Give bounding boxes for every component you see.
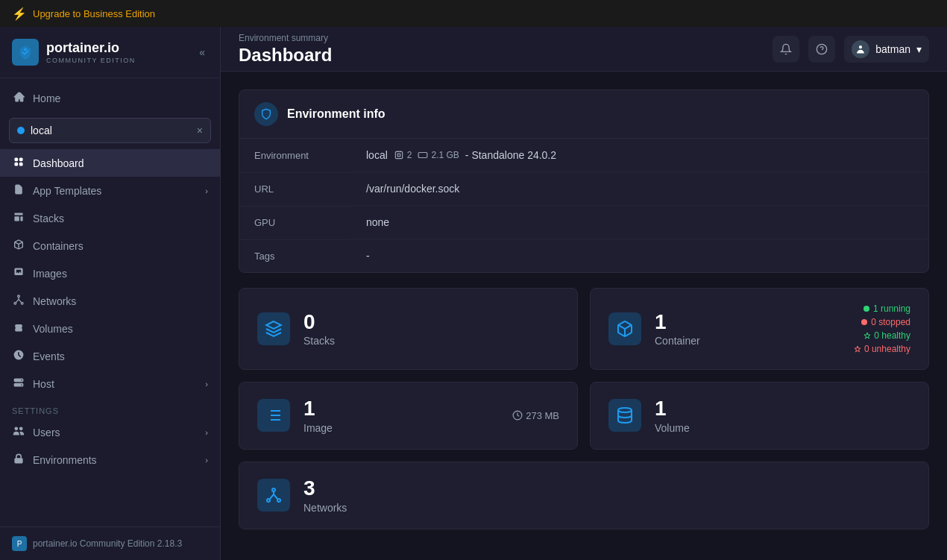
containers-stat-meta: 1 running 0 stopped 0 healthy 0 unh — [854, 303, 910, 354]
dashboard-body: Environment info Environment local 2 — [221, 72, 947, 560]
svg-point-3 — [21, 302, 23, 304]
env-info-card: Environment info Environment local 2 — [239, 89, 929, 273]
networks-count: 3 — [303, 477, 910, 500]
images-stat-info: 1 Image — [303, 397, 499, 434]
env-memory-badge: 2.1 GB — [418, 150, 459, 160]
volumes-stat-info: 1 Volume — [655, 397, 910, 434]
containers-stat-icon — [608, 312, 641, 345]
stacks-count: 0 — [303, 311, 559, 334]
containers-count: 1 — [655, 311, 840, 334]
svg-point-20 — [618, 408, 632, 412]
containers-unhealthy: 0 unhealthy — [854, 344, 910, 354]
user-avatar — [852, 40, 869, 58]
sidebar-item-environments-label: Environments — [33, 454, 97, 466]
sidebar-item-app-templates[interactable]: App Templates › — [0, 177, 220, 204]
sidebar-item-host[interactable]: Host › — [0, 370, 220, 397]
env-info-row-url: URL /var/run/docker.sock — [239, 172, 928, 206]
logo-text: portainer.io COMMUNITY EDITION — [46, 40, 136, 64]
sidebar-header: portainer.io COMMUNITY EDITION « — [0, 27, 220, 78]
sidebar-item-networks-label: Networks — [33, 295, 76, 307]
sidebar-item-dashboard[interactable]: Dashboard — [0, 149, 220, 177]
volumes-stat-icon — [608, 399, 641, 432]
sidebar-item-images[interactable]: Images — [0, 259, 220, 287]
upgrade-banner[interactable]: ⚡ Upgrade to Business Edition — [0, 0, 947, 27]
volumes-label: Volume — [655, 422, 910, 434]
header-right: batman ▾ — [773, 36, 929, 63]
env-info-table: Environment local 2 2.1 GB - Stan — [239, 139, 928, 272]
main-content: Environment summary Dashboard batman ▾ — [221, 27, 947, 560]
containers-running: 1 running — [863, 303, 910, 314]
sidebar-item-volumes[interactable]: Volumes — [0, 315, 220, 342]
svg-point-0 — [24, 48, 27, 51]
containers-nav-icon — [12, 239, 25, 253]
footer-logo: P — [12, 536, 27, 551]
settings-section-label: Settings — [0, 397, 220, 418]
user-menu-button[interactable]: batman ▾ — [844, 36, 929, 63]
sidebar-item-stacks[interactable]: Stacks — [0, 204, 220, 232]
stat-card-images[interactable]: 1 Image 273 MB — [239, 382, 578, 450]
networks-stat-info: 3 Networks — [303, 477, 910, 514]
sidebar-item-environments[interactable]: Environments › — [0, 446, 220, 474]
stats-grid: 0 Stacks 1 Container — [239, 288, 929, 529]
containers-stopped: 0 stopped — [861, 317, 910, 327]
page-title: Dashboard — [239, 45, 332, 66]
dashboard-icon — [12, 156, 25, 170]
svg-point-23 — [277, 499, 280, 502]
stat-card-volumes[interactable]: 1 Volume — [590, 382, 929, 450]
environments-nav-icon — [12, 453, 25, 467]
env-gpu-value: none — [366, 216, 389, 228]
sidebar-item-containers-label: Containers — [33, 240, 84, 252]
sidebar-item-containers[interactable]: Containers — [0, 232, 220, 259]
env-info-card-title: Environment info — [287, 107, 386, 121]
volumes-count: 1 — [655, 397, 910, 421]
logo-name: portainer.io — [46, 40, 136, 57]
env-cpu-badge: 2 — [394, 150, 412, 160]
help-button[interactable] — [808, 36, 835, 63]
svg-rect-9 — [419, 153, 428, 158]
sidebar-item-images-label: Images — [33, 268, 67, 280]
env-info-row-tags: Tags - — [239, 239, 928, 272]
svg-point-1 — [18, 295, 20, 298]
env-info-row-environment: Environment local 2 2.1 GB - Stan — [239, 139, 928, 172]
users-nav-icon — [12, 425, 25, 439]
env-selector[interactable]: local × — [9, 118, 211, 143]
notifications-button[interactable] — [773, 36, 799, 63]
images-count: 1 — [303, 397, 499, 421]
env-close-button[interactable]: × — [197, 125, 203, 136]
env-local-value: local — [366, 149, 388, 161]
sidebar-item-home[interactable]: Home — [0, 84, 220, 112]
images-stat-icon — [257, 399, 290, 432]
sidebar-item-networks[interactable]: Networks — [0, 287, 220, 315]
sidebar-item-home-label: Home — [33, 92, 60, 104]
stat-card-containers[interactable]: 1 Container 1 running 0 stopped — [590, 288, 929, 370]
sidebar-item-app-templates-label: App Templates — [33, 185, 101, 197]
env-selector-name: local — [31, 125, 191, 136]
stat-card-stacks[interactable]: 0 Stacks — [239, 288, 578, 370]
sidebar-collapse-button[interactable]: « — [196, 43, 208, 61]
upgrade-text: Upgrade to Business Edition — [33, 8, 155, 19]
images-size: 273 MB — [512, 410, 559, 421]
networks-nav-icon — [12, 294, 25, 308]
svg-point-22 — [267, 499, 270, 502]
stat-card-networks[interactable]: 3 Networks — [239, 462, 929, 529]
environments-arrow: › — [205, 456, 208, 465]
sidebar-item-host-label: Host — [33, 378, 54, 390]
env-tags-value: - — [366, 250, 370, 262]
sidebar-item-stacks-label: Stacks — [33, 213, 64, 224]
svg-point-21 — [272, 488, 275, 491]
host-arrow: › — [205, 380, 208, 388]
breadcrumb: Environment summary — [239, 33, 328, 43]
containers-healthy: 0 healthy — [863, 330, 910, 341]
env-info-icon — [254, 102, 278, 126]
sidebar-item-users[interactable]: Users › — [0, 418, 220, 446]
sidebar: portainer.io COMMUNITY EDITION « Home lo… — [0, 27, 221, 560]
svg-point-12 — [861, 319, 867, 325]
sidebar-nav: Home local × Dashboard App Template — [0, 78, 220, 526]
sidebar-item-dashboard-label: Dashboard — [33, 157, 84, 169]
sidebar-item-events-label: Events — [33, 350, 65, 362]
networks-stat-icon — [257, 479, 290, 512]
env-standalone-value: - Standalone 24.0.2 — [465, 149, 556, 161]
env-info-row-gpu: GPU none — [239, 206, 928, 239]
sidebar-item-events[interactable]: Events — [0, 342, 220, 370]
env-url-value: /var/run/docker.sock — [366, 183, 459, 195]
